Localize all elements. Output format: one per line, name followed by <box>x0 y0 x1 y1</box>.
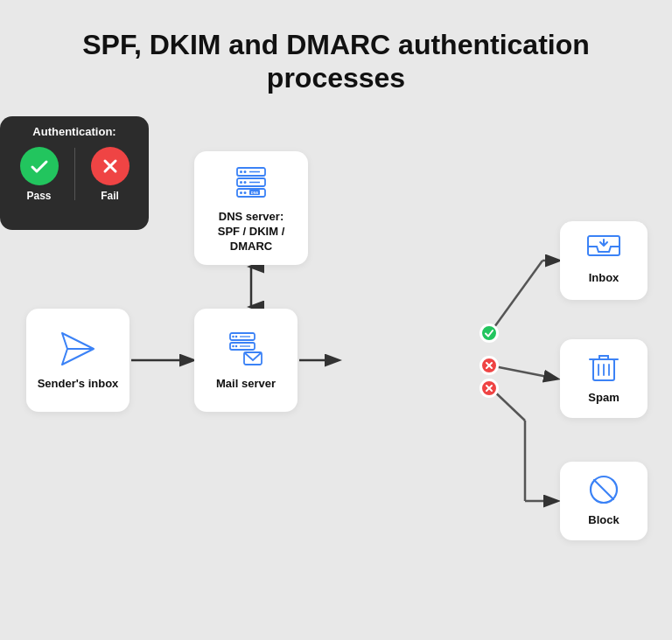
inbox-icon <box>586 234 621 264</box>
svg-text:DNS: DNS <box>251 191 259 195</box>
svg-point-13 <box>244 170 247 173</box>
svg-point-29 <box>235 345 238 348</box>
pass-dot-check <box>485 329 494 337</box>
auth-title: Authentication: <box>32 125 116 138</box>
auth-fail-item: Fail <box>75 147 145 202</box>
spam-label: Spam <box>588 391 619 406</box>
svg-line-5 <box>490 365 556 379</box>
svg-point-12 <box>240 170 242 173</box>
fail-label: Fail <box>101 190 119 202</box>
diagram: DNS DNS server: SPF / DKIM / DMARC Sende… <box>0 116 672 623</box>
svg-point-26 <box>232 336 234 338</box>
dns-label: DNS server: SPF / DKIM / DMARC <box>218 210 285 254</box>
svg-point-15 <box>244 181 247 184</box>
svg-point-28 <box>232 345 234 348</box>
page-title: SPF, DKIM and DMARC authentication proce… <box>0 0 672 116</box>
inbox-card: Inbox <box>560 221 648 300</box>
sender-icon <box>57 328 99 370</box>
mail-server-label: Mail server <box>216 377 276 392</box>
pass-dot <box>480 323 499 343</box>
fail-spam-dot <box>480 356 499 375</box>
fail-block-dot-x <box>485 384 494 393</box>
block-card: Block <box>560 462 648 540</box>
xmark-icon <box>100 156 121 177</box>
fail-circle <box>91 147 130 185</box>
spam-icon <box>588 351 620 384</box>
svg-line-50 <box>594 480 613 499</box>
dns-icon: DNS <box>230 161 272 203</box>
inbox-label: Inbox <box>589 271 620 286</box>
svg-point-27 <box>235 336 238 338</box>
pass-label: Pass <box>26 190 51 202</box>
sender-card: Sender's inbox <box>26 309 130 412</box>
svg-point-17 <box>244 191 247 194</box>
svg-point-16 <box>240 191 242 194</box>
auth-card: Authentication: Pass Fail <box>0 116 149 230</box>
dns-server-card: DNS DNS server: SPF / DKIM / DMARC <box>194 151 308 265</box>
fail-spam-dot-x <box>485 361 494 370</box>
auth-pass-item: Pass <box>4 147 74 202</box>
auth-row: Pass Fail <box>0 147 149 202</box>
svg-line-3 <box>490 261 542 333</box>
block-icon <box>587 473 620 506</box>
svg-point-14 <box>240 181 242 184</box>
block-label: Block <box>588 513 619 528</box>
sender-label: Sender's inbox <box>38 377 119 392</box>
spam-card: Spam <box>560 339 648 418</box>
fail-block-dot <box>480 379 499 398</box>
pass-circle <box>20 147 59 185</box>
mail-server-icon <box>225 328 267 370</box>
mail-server-card: Mail server <box>194 309 298 412</box>
checkmark-icon <box>29 156 50 177</box>
